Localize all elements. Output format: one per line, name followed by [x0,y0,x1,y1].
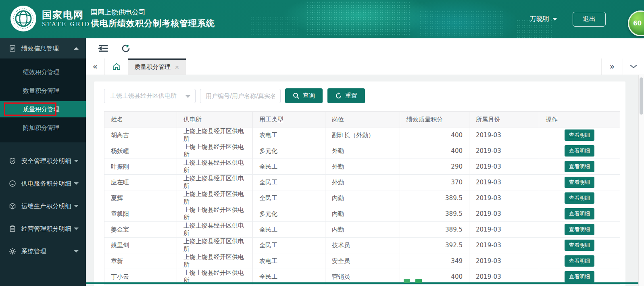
tabs-collapse-button[interactable] [623,58,644,75]
cell-score: 389.5 [400,206,469,222]
sidebar-item-label: 运维生产积分明细 [21,202,74,210]
sidebar-item-operations-detail[interactable]: 运维生产积分明细 [0,195,86,217]
sidebar-item-performance-info[interactable]: 绩效信息管理 [0,38,86,58]
cell-month: 2019-03 [469,253,539,269]
cell-station: 上饶上饶县经开区供电所 [177,238,253,253]
view-detail-button[interactable]: 查看明细 [565,271,594,282]
cell-station: 上饶上饶县经开区供电所 [177,175,253,190]
cell-action: 查看明细 [539,253,620,269]
cell-score: 389.5 [400,190,469,206]
pagination-fragment-icon [415,279,422,283]
col-header-station: 供电所 [177,112,253,127]
cell-station: 上饶上饶县经开区供电所 [177,143,253,159]
sidebar-subitem-label: 质量积分管理 [23,106,59,113]
cell-action: 查看明细 [539,127,620,143]
view-detail-button[interactable]: 查看明细 [565,192,594,204]
refresh-page-button[interactable] [120,42,132,54]
sidebar-subitem-performance-points[interactable]: 绩效积分管理 [0,64,86,80]
footer-divider [86,282,644,284]
view-detail-button[interactable]: 查看明细 [565,177,594,188]
sidebar-item-power-service-detail[interactable]: 供电服务积分明细 [0,172,86,195]
cell-type: 多元化 [253,206,325,222]
cell-name: 杨妖瞳 [104,143,177,159]
header-divider [84,9,84,30]
cell-action: 查看明细 [539,159,620,175]
col-header-action: 操作 [539,112,620,127]
circle-icon [9,180,16,187]
cell-month: 2019-03 [469,238,539,253]
home-tab[interactable] [105,58,128,75]
filter-bar: 上饶上饶县经开区供电所 查询 [104,88,615,103]
col-header-type: 用工类型 [253,112,325,127]
query-button-label: 查询 [303,92,315,100]
table-row: 姚里剑 上饶上饶县经开区供电所 全民工 技术员 392.5 2019-03 查看… [104,238,620,253]
top-toolbar [86,38,644,58]
view-detail-button[interactable]: 查看明细 [565,255,594,267]
cell-month: 2019-03 [469,222,539,238]
cell-type: 全民工 [253,190,325,206]
cell-month: 2019-03 [469,159,539,175]
sidebar-item-label: 经营管理积分明细 [21,225,74,233]
view-detail-button[interactable]: 查看明细 [565,224,594,235]
table-row: 应在旺 上饶上饶县经开区供电所 全民工 外勤 370 2019-03 查看明细 [104,175,620,190]
tab-quality-points[interactable]: 质量积分管理 ✕ [128,58,186,75]
app-header: 国家电网 STATE GRID 国网上饶供电公司 供电所绩效积分制考核管理系统 … [0,0,644,38]
table-row: 章新 上饶上饶县经开区供电所 农电工 安全员 349 2019-03 查看明细 [104,253,620,269]
app-window: 国家电网 STATE GRID 国网上饶供电公司 供电所绩效积分制考核管理系统 … [0,0,644,286]
caret-down-icon [552,18,557,21]
score-ball-widget[interactable]: 60 [628,10,644,36]
cell-name: 叶振刚 [104,159,177,175]
cell-score: 389.5 [400,222,469,238]
cell-score: 349 [400,253,469,269]
table-row: 胡高吉 上饶上饶县经开区供电所 农电工 副班长（外勤） 400 2019-03 … [104,127,620,143]
cell-type: 农电工 [253,253,325,269]
scrollbar-track[interactable] [638,75,644,286]
sidebar-item-safety-detail[interactable]: 安全管理积分明细 [0,150,86,172]
cell-score: 370 [400,175,469,190]
view-detail-button[interactable]: 查看明细 [565,129,594,141]
system-title: 供电所绩效积分制考核管理系统 [91,18,215,29]
tab-bar: « 质量积分管理 ✕ » [86,58,644,75]
cell-station: 上饶上饶县经开区供电所 [177,127,253,143]
logout-button[interactable]: 退出 [573,12,606,27]
sidebar-item-business-detail[interactable]: 经营管理积分明细 [0,217,86,240]
user-menu[interactable]: 万晓明 [530,15,557,23]
view-detail-button[interactable]: 查看明细 [565,145,594,157]
cell-post: 外勤 [325,143,400,159]
cell-name: 姚里剑 [104,238,177,253]
collapse-sidebar-button[interactable] [97,42,109,54]
cell-name: 胡高吉 [104,127,177,143]
station-select[interactable]: 上饶上饶县经开区供电所 [104,89,196,103]
cell-action: 查看明细 [539,222,620,238]
sidebar-item-label: 供电服务积分明细 [21,180,74,188]
cell-month: 2019-03 [469,206,539,222]
cell-station: 上饶上饶县经开区供电所 [177,159,253,175]
view-detail-button[interactable]: 查看明细 [565,240,594,251]
cell-name: 应在旺 [104,175,177,190]
query-button[interactable]: 查询 [285,88,323,103]
view-detail-button[interactable]: 查看明细 [565,161,594,172]
sidebar-subitem-quantity-points[interactable]: 数量积分管理 [0,83,86,99]
keyword-input[interactable] [200,89,281,103]
brand-block: 国家电网 STATE GRID [10,6,90,31]
header-dot-pattern [306,2,411,36]
col-header-name: 姓名 [104,112,177,127]
col-header-score: 绩效质量积分 [400,112,469,127]
tabs-scroll-left-button[interactable]: « [86,58,105,75]
cell-score: 290 [400,159,469,175]
cell-action: 查看明细 [539,206,620,222]
score-ball-value: 60 [633,20,642,27]
select-caret-icon [185,95,190,98]
sidebar-subitem-additional-points[interactable]: 附加积分管理 [0,120,86,136]
reset-button[interactable]: 重置 [327,88,365,103]
user-name: 万晓明 [530,15,549,23]
sidebar-item-system-management[interactable]: 系统管理 [0,240,86,263]
sidebar-subitem-quality-points[interactable]: 质量积分管理 [0,101,86,117]
tabs-scroll-right-button[interactable]: » [601,58,623,75]
scrollbar-thumb[interactable] [640,77,643,115]
shield-check-icon [9,157,16,165]
tab-close-icon[interactable]: ✕ [175,64,179,71]
view-detail-button[interactable]: 查看明细 [565,208,594,219]
cell-post: 外勤 [325,159,400,175]
cell-action: 查看明细 [539,143,620,159]
